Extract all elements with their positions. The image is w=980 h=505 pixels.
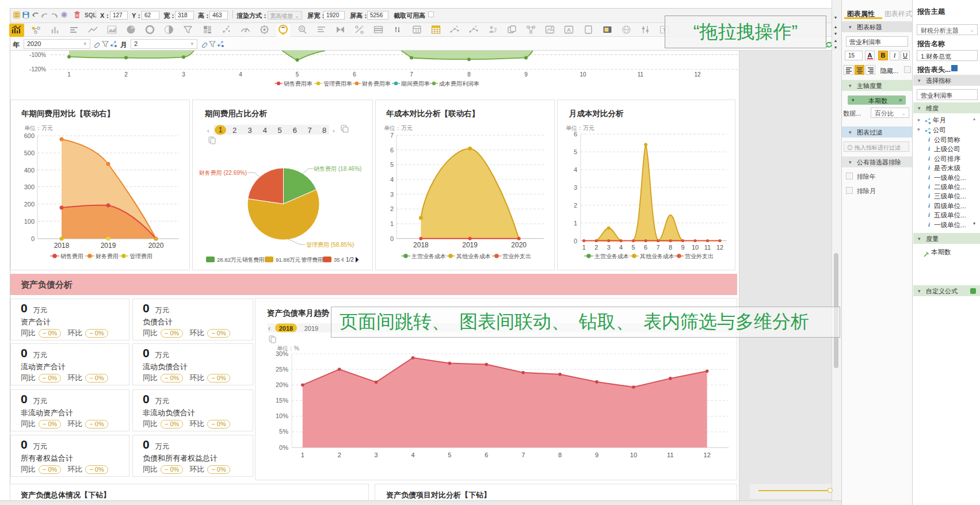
svg-text:10: 10: [692, 244, 699, 251]
svg-text:销售费用: 销售费用: [60, 253, 83, 259]
svg-text:6: 6: [390, 147, 394, 154]
svg-text:0: 0: [390, 235, 394, 242]
svg-text:400: 400: [24, 167, 35, 174]
svg-text:0: 0: [574, 238, 577, 244]
svg-text:4: 4: [574, 166, 577, 173]
svg-text:12: 12: [694, 71, 701, 78]
svg-text:3: 3: [375, 452, 378, 458]
svg-text:单位：万元: 单位：万元: [566, 125, 594, 131]
svg-text:5: 5: [448, 452, 451, 458]
svg-text:4: 4: [619, 244, 623, 251]
svg-text:2018: 2018: [279, 325, 293, 332]
svg-text:2018: 2018: [54, 242, 70, 250]
svg-text:5: 5: [632, 244, 635, 251]
svg-text:1: 1: [582, 244, 586, 251]
svg-text:年成本对比分析【联动右】: 年成本对比分析【联动右】: [386, 109, 479, 118]
svg-text:2020: 2020: [148, 242, 164, 250]
svg-text:4: 4: [239, 71, 242, 78]
svg-text:9: 9: [595, 452, 598, 458]
svg-text:6: 6: [353, 71, 356, 78]
svg-text:8: 8: [322, 126, 326, 135]
svg-text:管理费用: 管理费用: [301, 257, 323, 263]
svg-text:销售费用: 销售费用: [242, 257, 264, 263]
svg-text:9: 9: [524, 71, 528, 78]
svg-text:35: 35: [334, 257, 340, 263]
svg-text:3: 3: [247, 126, 251, 135]
svg-text:财务费用 (22.69%): 财务费用 (22.69%): [199, 170, 247, 176]
svg-text:1: 1: [574, 220, 577, 227]
svg-text:300: 300: [24, 183, 35, 190]
svg-text:5: 5: [574, 148, 577, 155]
svg-text:2: 2: [124, 71, 128, 78]
svg-text:4: 4: [263, 126, 267, 135]
svg-text:单位：万元: 单位：万元: [384, 125, 413, 131]
svg-text:销售费用 (18.46%): 销售费用 (18.46%): [313, 166, 361, 172]
svg-text:A: A: [567, 27, 571, 33]
svg-text:财务费用率: 财务费用率: [362, 81, 391, 87]
svg-text:5: 5: [390, 161, 394, 168]
svg-text:8: 8: [467, 71, 471, 78]
svg-text:2018: 2018: [413, 241, 429, 249]
svg-text:销售费用率: 销售费用率: [283, 81, 312, 87]
svg-text:-120%: -120%: [29, 66, 46, 72]
svg-text:20%: 20%: [276, 381, 288, 388]
svg-text:2019: 2019: [101, 242, 116, 250]
svg-text:2: 2: [390, 205, 394, 212]
svg-text:3: 3: [607, 244, 611, 251]
svg-text:营业外支出: 营业外支出: [502, 253, 531, 259]
svg-text:2: 2: [338, 452, 341, 458]
svg-text:3: 3: [390, 191, 394, 198]
svg-text:管理费用: 管理费用: [129, 253, 152, 259]
svg-text:6: 6: [574, 131, 577, 137]
svg-text:9: 9: [681, 244, 684, 251]
svg-text:2019: 2019: [462, 241, 478, 249]
svg-text:成本费用利润率: 成本费用利润率: [439, 81, 479, 87]
svg-text:期间费用率: 期间费用率: [401, 81, 430, 87]
svg-text:6: 6: [644, 244, 647, 251]
svg-text:6: 6: [293, 126, 297, 135]
svg-text:2: 2: [232, 126, 237, 135]
svg-text:7: 7: [307, 126, 311, 135]
svg-text:月成本对比分析: 月成本对比分析: [569, 109, 624, 118]
svg-text:12: 12: [704, 452, 711, 458]
svg-text:营业外支出: 营业外支出: [685, 253, 714, 259]
svg-text:3: 3: [182, 71, 185, 78]
svg-text:8: 8: [558, 452, 562, 458]
svg-text:10: 10: [579, 71, 586, 78]
svg-text:12: 12: [716, 244, 723, 251]
svg-text:7: 7: [410, 71, 413, 78]
svg-text:2: 2: [574, 202, 577, 209]
svg-text:6: 6: [485, 452, 488, 458]
svg-text:单位：万元: 单位：万元: [24, 125, 53, 131]
svg-text:1: 1: [67, 71, 71, 78]
svg-text:‹: ‹: [268, 324, 270, 332]
svg-text:7: 7: [657, 244, 660, 251]
svg-text:年期间费用对比【联动右】: 年期间费用对比【联动右】: [21, 109, 115, 118]
svg-text:11: 11: [638, 71, 644, 78]
svg-text:主营业务成本: 主营业务成本: [594, 253, 629, 259]
svg-text:5: 5: [296, 71, 299, 78]
svg-text:11: 11: [704, 244, 711, 251]
svg-text:8: 8: [669, 244, 672, 251]
svg-text:1: 1: [219, 126, 223, 134]
svg-text:主营业务成本: 主营业务成本: [411, 253, 446, 259]
svg-text:资产负债率月趋势: 资产负债率月趋势: [267, 309, 330, 317]
svg-text:1/2: 1/2: [346, 257, 354, 263]
svg-text:5: 5: [277, 126, 281, 135]
svg-text:7: 7: [521, 452, 525, 458]
svg-text:其他业务成本: 其他业务成本: [640, 253, 674, 259]
svg-text:2: 2: [594, 244, 598, 251]
svg-text:财务费用: 财务费用: [96, 253, 119, 259]
svg-text:4: 4: [390, 176, 394, 183]
svg-text:管理费用 (58.85%): 管理费用 (58.85%): [306, 242, 354, 248]
svg-text:5%: 5%: [279, 428, 288, 435]
svg-text:28.82万元: 28.82万元: [217, 257, 242, 263]
svg-text:4: 4: [411, 452, 414, 458]
svg-text:0: 0: [31, 235, 35, 242]
svg-text:‹: ‹: [207, 127, 209, 134]
svg-text:30%: 30%: [276, 350, 288, 357]
svg-text:91.88万元: 91.88万元: [276, 257, 301, 263]
svg-text:200: 200: [24, 201, 35, 208]
svg-text:10%: 10%: [276, 412, 288, 419]
svg-text:0%: 0%: [279, 444, 288, 451]
